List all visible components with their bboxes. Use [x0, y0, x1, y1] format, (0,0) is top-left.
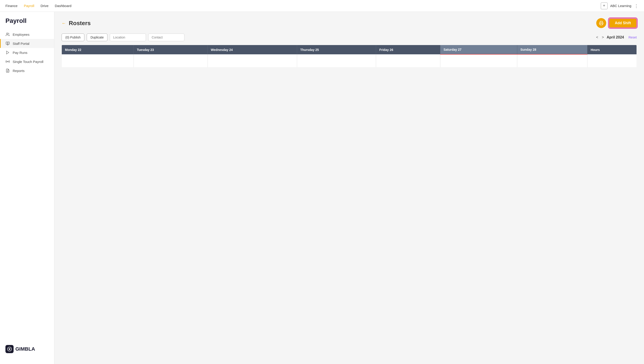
- next-month-button[interactable]: >: [601, 35, 605, 40]
- svg-point-2: [7, 43, 8, 44]
- svg-marker-3: [6, 51, 9, 54]
- col-sunday: Sunday 28: [517, 45, 587, 55]
- staff-portal-label: Staff Portal: [13, 42, 30, 46]
- sidebar-item-staff-portal[interactable]: Staff Portal: [0, 39, 54, 48]
- sidebar-item-reports[interactable]: Reports: [0, 66, 54, 75]
- cell-sat: [440, 54, 517, 68]
- reports-label: Reports: [13, 69, 25, 73]
- logo-text: GIMBLA: [16, 346, 35, 352]
- nav-right: + ABC Learning ⋮: [601, 3, 638, 9]
- table-header: Monday 22 Tuesday 23 Wednesday 24 Thursd…: [62, 45, 637, 55]
- sidebar-bottom: GIMBLA: [0, 339, 54, 358]
- contact-input[interactable]: [148, 34, 184, 41]
- nav-drive[interactable]: Drive: [40, 4, 48, 8]
- sidebar-title: Payroll: [0, 17, 54, 30]
- col-monday: Monday 22: [62, 45, 134, 55]
- cell-hours: [588, 54, 637, 68]
- nav-links: Finance Payroll Drive Dashboard: [6, 4, 601, 8]
- toolbar: (0) Publish Duplicate < > April 2024 Res…: [62, 34, 637, 41]
- sidebar-item-single-touch-payroll[interactable]: Single Touch Payroll: [0, 57, 54, 66]
- prev-month-button[interactable]: <: [595, 35, 599, 40]
- svg-rect-8: [600, 24, 602, 25]
- content-header: ← Rosters Add Shift: [62, 18, 637, 28]
- company-name: ABC Learning: [610, 4, 631, 8]
- col-tuesday: Tuesday 23: [134, 45, 208, 55]
- col-saturday: Saturday 27: [440, 45, 517, 55]
- employees-label: Employees: [13, 33, 30, 37]
- duplicate-button[interactable]: Duplicate: [87, 34, 108, 41]
- location-input[interactable]: [110, 34, 146, 41]
- nav-finance[interactable]: Finance: [6, 4, 18, 8]
- cell-fri: [376, 54, 440, 68]
- svg-point-0: [6, 33, 8, 34]
- month-nav: < > April 2024 Reset: [595, 35, 637, 40]
- cell-sun: [517, 54, 587, 68]
- publish-button[interactable]: (0) Publish: [62, 34, 84, 41]
- cell-wed: [208, 54, 297, 68]
- main-content: ← Rosters Add Shift (0) Publish Duplicat…: [54, 12, 644, 364]
- page-title-area: ← Rosters: [62, 20, 91, 27]
- add-shift-button[interactable]: Add Shift: [609, 18, 637, 28]
- nav-dashboard[interactable]: Dashboard: [55, 4, 71, 8]
- col-hours: Hours: [588, 45, 637, 55]
- staff-portal-icon: [6, 41, 10, 46]
- cell-tue: [134, 54, 208, 68]
- svg-point-4: [8, 61, 8, 62]
- roster-table: Monday 22 Tuesday 23 Wednesday 24 Thursd…: [62, 45, 637, 68]
- header-actions: Add Shift: [596, 18, 637, 28]
- nav-payroll[interactable]: Payroll: [24, 4, 34, 8]
- col-wednesday: Wednesday 24: [208, 45, 297, 55]
- svg-point-7: [9, 349, 10, 350]
- back-arrow-button[interactable]: ←: [62, 21, 66, 26]
- more-options-button[interactable]: ⋮: [634, 3, 638, 9]
- sidebar-item-employees[interactable]: Employees: [0, 30, 54, 39]
- add-button[interactable]: +: [601, 3, 608, 9]
- cell-mon: [62, 54, 134, 68]
- employees-icon: [6, 32, 10, 37]
- col-thursday: Thursday 25: [297, 45, 376, 55]
- reports-icon: [6, 68, 10, 73]
- pay-runs-label: Pay Runs: [13, 51, 28, 55]
- cell-thu: [297, 54, 376, 68]
- logo-area: GIMBLA: [6, 345, 49, 353]
- sidebar-item-pay-runs[interactable]: Pay Runs: [0, 48, 54, 57]
- logo-icon: [6, 345, 14, 353]
- svg-rect-1: [6, 42, 10, 44]
- month-label: April 2024: [607, 35, 624, 39]
- print-button[interactable]: [596, 18, 606, 28]
- page-title: Rosters: [69, 20, 91, 27]
- top-nav: Finance Payroll Drive Dashboard + ABC Le…: [0, 0, 644, 12]
- col-friday: Friday 26: [376, 45, 440, 55]
- main-layout: Payroll Employees Staff Portal: [0, 12, 644, 364]
- table-row: [62, 54, 637, 68]
- table-body: [62, 54, 637, 68]
- pay-runs-icon: [6, 50, 10, 55]
- single-touch-payroll-label: Single Touch Payroll: [13, 60, 44, 64]
- single-touch-payroll-icon: [6, 59, 10, 64]
- reset-button[interactable]: Reset: [628, 36, 637, 39]
- table-header-row: Monday 22 Tuesday 23 Wednesday 24 Thursd…: [62, 45, 637, 55]
- sidebar: Payroll Employees Staff Portal: [0, 12, 54, 364]
